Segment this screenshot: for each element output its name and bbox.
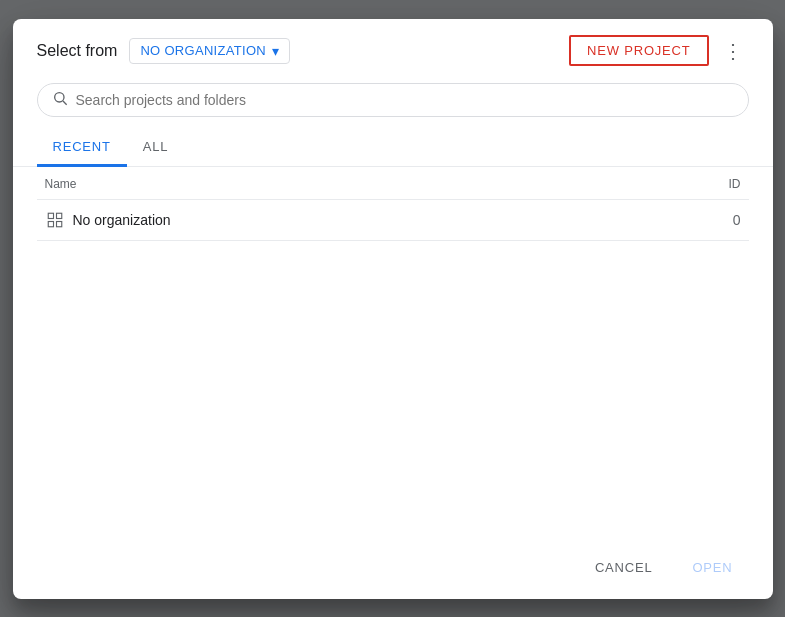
row-name: No organization — [73, 212, 171, 228]
org-dropdown-label: NO ORGANIZATION — [140, 43, 266, 58]
search-box — [37, 83, 749, 117]
organization-icon — [45, 210, 65, 230]
svg-point-0 — [54, 92, 63, 101]
row-name-cell: No organization — [37, 199, 632, 240]
svg-line-1 — [63, 101, 67, 105]
svg-rect-2 — [48, 213, 53, 218]
projects-table: Name ID — [37, 167, 749, 241]
row-id-cell: 0 — [631, 199, 748, 240]
svg-rect-3 — [56, 213, 61, 218]
col-header-name: Name — [37, 167, 632, 200]
search-container — [13, 75, 773, 129]
table-row[interactable]: No organization 0 — [37, 199, 749, 240]
org-dropdown[interactable]: NO ORGANIZATION ▾ — [129, 38, 290, 64]
more-options-button[interactable]: ⋮ — [717, 35, 749, 67]
dialog-footer: CANCEL OPEN — [13, 540, 773, 599]
tab-all[interactable]: ALL — [127, 129, 185, 167]
table-container: Name ID — [13, 167, 773, 540]
search-input[interactable] — [76, 92, 734, 108]
name-cell-content: No organization — [45, 210, 624, 230]
open-button[interactable]: OPEN — [676, 552, 748, 583]
select-from-text: Select from — [37, 42, 118, 60]
tabs-container: RECENT ALL — [13, 129, 773, 167]
new-project-button[interactable]: NEW PROJECT — [569, 35, 708, 66]
col-header-id: ID — [631, 167, 748, 200]
svg-rect-4 — [56, 221, 61, 226]
more-icon: ⋮ — [723, 39, 743, 63]
dialog-header: Select from NO ORGANIZATION ▾ NEW PROJEC… — [13, 19, 773, 75]
cancel-button[interactable]: CANCEL — [579, 552, 669, 583]
header-right: NEW PROJECT ⋮ — [569, 35, 748, 67]
project-picker-dialog: Select from NO ORGANIZATION ▾ NEW PROJEC… — [13, 19, 773, 599]
svg-rect-5 — [48, 221, 53, 226]
search-icon — [52, 90, 68, 110]
select-from-section: Select from NO ORGANIZATION ▾ — [37, 38, 291, 64]
tab-recent[interactable]: RECENT — [37, 129, 127, 167]
chevron-down-icon: ▾ — [272, 43, 279, 59]
